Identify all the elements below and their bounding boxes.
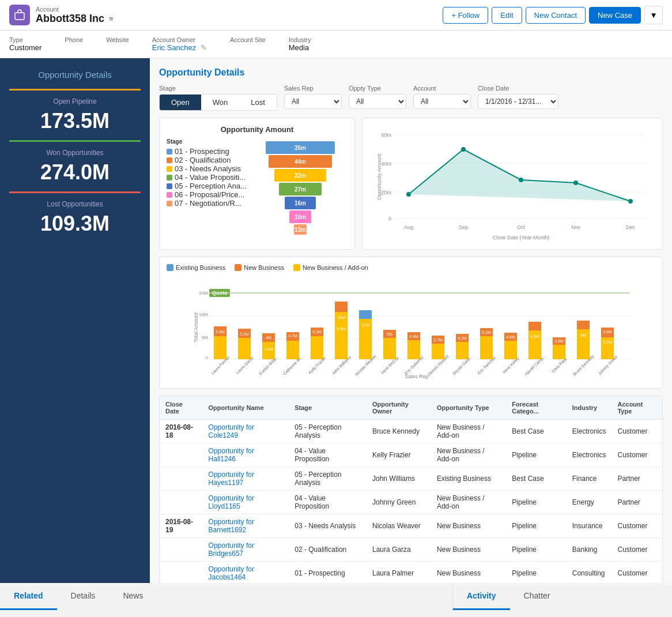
follow-button[interactable]: + Follow bbox=[443, 7, 488, 24]
svg-text:35m: 35m bbox=[295, 145, 306, 151]
cell-name[interactable]: Opportunity for Bridges657 bbox=[203, 538, 289, 562]
legend-new: New Business bbox=[235, 264, 284, 271]
oppty-type-filter: Oppty Type All bbox=[349, 85, 406, 109]
svg-text:60m: 60m bbox=[381, 132, 391, 138]
phone-value bbox=[65, 43, 67, 52]
account-owner-label: Account Owner bbox=[152, 36, 207, 43]
legend-negotiation: 07 - Negotiation/R... bbox=[167, 199, 247, 208]
tab-activity[interactable]: Activity bbox=[453, 583, 510, 610]
cell-industry: Insurance bbox=[567, 514, 612, 538]
svg-text:8M: 8M bbox=[202, 335, 208, 340]
more-actions-button[interactable]: ▼ bbox=[644, 6, 663, 24]
svg-text:16m: 16m bbox=[295, 214, 306, 220]
funnel-legend: Stage 01 - Prospecting 02 - Qualificatio… bbox=[167, 138, 247, 236]
account-select[interactable]: All bbox=[413, 94, 471, 109]
svg-text:Oct: Oct bbox=[517, 224, 526, 230]
svg-text:20m: 20m bbox=[381, 190, 391, 195]
cell-name[interactable]: Opportunity for Barnett1692 bbox=[203, 514, 289, 538]
account-site-field: Account Site bbox=[230, 36, 266, 52]
cell-name[interactable]: Opportunity for Cole1249 bbox=[203, 420, 289, 443]
col-close-date: Close Date bbox=[160, 396, 203, 420]
funnel-title: Opportunity Amount bbox=[167, 125, 348, 134]
header-actions: + Follow Edit New Contact New Case ▼ bbox=[443, 6, 663, 24]
tab-related[interactable]: Related bbox=[0, 583, 57, 610]
cell-date bbox=[160, 443, 203, 467]
svg-text:16M: 16M bbox=[199, 312, 208, 317]
hierarchy-icon[interactable]: ≡ bbox=[109, 14, 114, 23]
account-details: Account Abbott358 Inc ≡ bbox=[36, 6, 114, 25]
legend-label-perception: 05 - Perception Ana... bbox=[175, 182, 247, 190]
cell-account-type: Customer bbox=[611, 562, 662, 584]
cell-account-type: Customer bbox=[611, 538, 662, 562]
svg-rect-89 bbox=[456, 342, 469, 359]
svg-text:4.7M: 4.7M bbox=[288, 334, 297, 338]
account-owner-link[interactable]: Eric Sanchez bbox=[152, 43, 197, 52]
svg-text:Nov: Nov bbox=[571, 224, 581, 230]
filters-row: Stage Open Won Lost Sales Rep All Oppty … bbox=[159, 85, 663, 111]
close-date-select[interactable]: 1/1/2016 - 12/31... bbox=[478, 94, 558, 109]
cell-forecast: Best Case bbox=[506, 420, 566, 443]
tab-chatter[interactable]: Chatter bbox=[510, 583, 564, 610]
lost-opportunities-section: Lost Opportunities 109.3M bbox=[9, 191, 141, 243]
legend-dot-proposal bbox=[167, 192, 172, 198]
table-row: 2016-08-18 Opportunity for Cole1249 05 -… bbox=[160, 420, 662, 443]
legend-label-existing: Existing Business bbox=[176, 264, 225, 271]
sales-rep-select[interactable]: All bbox=[284, 94, 342, 109]
tab-open[interactable]: Open bbox=[160, 95, 201, 110]
svg-text:24M: 24M bbox=[199, 291, 208, 296]
new-contact-button[interactable]: New Contact bbox=[526, 7, 586, 24]
cell-stage: 01 - Prospecting bbox=[289, 562, 367, 584]
cell-stage: 04 - Value Proposition bbox=[289, 491, 367, 514]
col-opportunity-owner: Opportunity Owner bbox=[367, 396, 431, 420]
oppty-type-select[interactable]: All bbox=[349, 94, 406, 109]
legend-perception: 05 - Perception Ana... bbox=[167, 182, 247, 190]
left-panel-title: Opportunity Details bbox=[9, 70, 141, 80]
bar-chart-legend: Existing Business New Business New Busin… bbox=[167, 264, 655, 271]
stage-filter-label: Stage bbox=[159, 85, 277, 92]
legend-label-value: 04 - Value Propositi... bbox=[175, 173, 246, 182]
svg-text:3.7M: 3.7M bbox=[433, 338, 443, 342]
edit-button[interactable]: Edit bbox=[492, 7, 522, 24]
cell-industry: Electronics bbox=[567, 420, 612, 443]
cell-name[interactable]: Opportunity for Hall1246 bbox=[203, 443, 289, 467]
svg-text:Dec: Dec bbox=[626, 224, 636, 230]
legend-needs-analysis: 03 - Needs Analysis bbox=[167, 164, 247, 173]
funnel-area: Stage 01 - Prospecting 02 - Qualificatio… bbox=[167, 138, 348, 236]
col-opportunity-name: Opportunity Name bbox=[203, 396, 289, 420]
main-content: Opportunity Details Open Pipeline 173.5M… bbox=[0, 58, 672, 583]
svg-text:27m: 27m bbox=[295, 186, 306, 193]
svg-text:Opportunity Amount: Opportunity Amount bbox=[376, 154, 382, 200]
cell-name[interactable]: Opportunity for Jacobs1464 bbox=[203, 562, 289, 584]
cell-owner: Bruce Kennedy bbox=[367, 420, 431, 443]
svg-text:4.9M: 4.9M bbox=[603, 330, 612, 334]
meta-bar: Type Customer Phone Website Account Owne… bbox=[0, 31, 672, 58]
left-panel: Opportunity Details Open Pipeline 173.5M… bbox=[0, 58, 150, 583]
cell-stage: 03 - Needs Analysis bbox=[289, 514, 367, 538]
funnel-chart: Opportunity Amount Stage 01 - Prospectin… bbox=[159, 118, 355, 250]
cell-account-type: Partner bbox=[611, 491, 662, 514]
legend-label-prospecting: 01 - Prospecting bbox=[175, 147, 229, 156]
won-value: 274.0M bbox=[9, 160, 141, 185]
right-panel: Opportunity Details Stage Open Won Lost … bbox=[150, 58, 672, 583]
tab-lost[interactable]: Lost bbox=[239, 95, 277, 110]
account-label: Account bbox=[36, 6, 114, 13]
website-field: Website bbox=[106, 36, 129, 52]
cell-type: Existing Business bbox=[431, 467, 506, 491]
edit-owner-icon[interactable]: ✎ bbox=[201, 43, 207, 52]
cell-stage: 05 - Perception Analysis bbox=[289, 420, 367, 443]
legend-prospecting: 01 - Prospecting bbox=[167, 147, 247, 156]
cell-industry: Energy bbox=[567, 491, 612, 514]
sales-rep-label: Sales Rep bbox=[284, 85, 342, 92]
cell-name[interactable]: Opportunity for Lloyd1165 bbox=[203, 491, 289, 514]
cell-owner: Johnny Green bbox=[367, 491, 431, 514]
col-stage: Stage bbox=[289, 396, 367, 420]
won-opportunities-section: Won Opportunities 274.0M bbox=[9, 140, 141, 191]
cell-name[interactable]: Opportunity for Hayes1197 bbox=[203, 467, 289, 491]
cell-forecast: Pipeline bbox=[506, 562, 566, 584]
tab-details[interactable]: Details bbox=[57, 583, 110, 610]
new-case-button[interactable]: New Case bbox=[589, 7, 641, 24]
tab-won[interactable]: Won bbox=[201, 95, 240, 110]
opportunity-table: Close Date Opportunity Name Stage Opport… bbox=[159, 396, 663, 583]
tab-news[interactable]: News bbox=[109, 583, 157, 610]
legend-value-prop: 04 - Value Propositi... bbox=[167, 173, 247, 182]
